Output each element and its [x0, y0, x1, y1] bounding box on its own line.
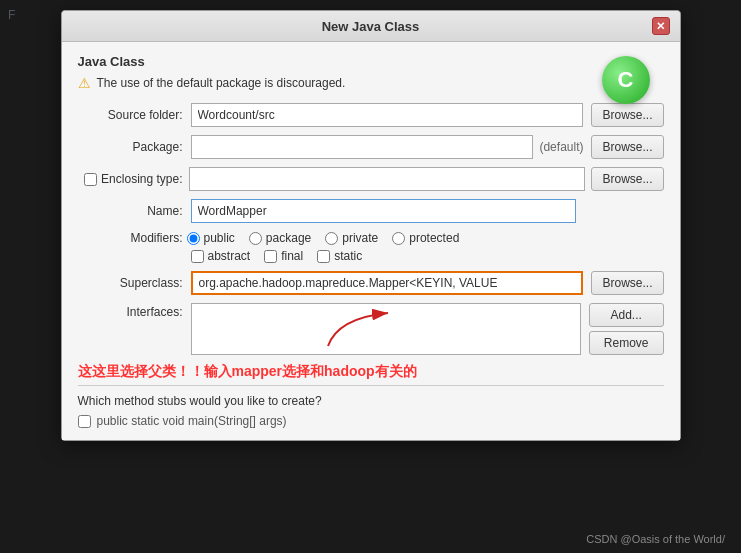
modifier-protected-radio[interactable]: [392, 232, 405, 245]
package-input-area: (default): [191, 135, 584, 159]
source-folder-label: Source folder:: [78, 108, 183, 122]
annotation-text: 这这里选择父类！！输入mapper选择和hadoop有关的: [78, 363, 417, 381]
modifier-public[interactable]: public: [187, 231, 235, 245]
source-folder-browse-button[interactable]: Browse...: [591, 103, 663, 127]
warning-icon: ⚠: [78, 75, 91, 91]
section-header: Java Class: [78, 54, 664, 69]
interfaces-buttons: Add... Remove: [589, 303, 664, 355]
modifiers-radio-group: public package private protected: [187, 231, 460, 245]
dialog-title: New Java Class: [90, 19, 652, 34]
modifiers-row-1: Modifiers: public package private: [78, 231, 664, 245]
csdn-watermark: CSDN @Oasis of the World/: [586, 533, 725, 545]
package-row: Package: (default) Browse...: [78, 135, 664, 159]
dialog-titlebar: New Java Class ✕: [62, 11, 680, 42]
modifier-public-radio[interactable]: [187, 232, 200, 245]
modifiers-checkbox-group: abstract final static: [191, 249, 664, 263]
name-row: Name:: [78, 199, 664, 223]
modifier-protected[interactable]: protected: [392, 231, 459, 245]
warning-text: The use of the default package is discou…: [97, 76, 346, 90]
modifier-static[interactable]: static: [317, 249, 362, 263]
warning-box: ⚠ The use of the default package is disc…: [78, 75, 664, 91]
modifier-final-checkbox[interactable]: [264, 250, 277, 263]
main-method-row: public static void main(String[] args): [78, 414, 664, 428]
main-method-label: public static void main(String[] args): [97, 414, 287, 428]
modifiers-section: Modifiers: public package private: [78, 231, 664, 263]
modifier-package-radio[interactable]: [249, 232, 262, 245]
modifier-final[interactable]: final: [264, 249, 303, 263]
arrow-svg: [318, 308, 398, 348]
package-default-suffix: (default): [539, 140, 583, 154]
modifier-abstract-checkbox[interactable]: [191, 250, 204, 263]
name-input[interactable]: [191, 199, 576, 223]
modifier-package[interactable]: package: [249, 231, 311, 245]
source-folder-row: Source folder: Browse...: [78, 103, 664, 127]
package-browse-button[interactable]: Browse...: [591, 135, 663, 159]
enclosing-checkbox-area: Enclosing type:: [78, 172, 183, 186]
superclass-row: Superclass: Browse...: [78, 271, 664, 295]
logo-icon: C: [602, 56, 650, 104]
enclosing-type-input[interactable]: [189, 167, 586, 191]
source-folder-input[interactable]: [191, 103, 584, 127]
enclosing-type-label: Enclosing type:: [101, 172, 182, 186]
add-interface-button[interactable]: Add...: [589, 303, 664, 327]
stubs-question: Which method stubs would you like to cre…: [78, 394, 664, 408]
package-label: Package:: [78, 140, 183, 154]
dialog-body: Java Class ⚠ The use of the default pack…: [62, 42, 680, 440]
modifier-protected-label: protected: [409, 231, 459, 245]
superclass-label: Superclass:: [78, 276, 183, 290]
package-input[interactable]: [191, 135, 534, 159]
modifier-private[interactable]: private: [325, 231, 378, 245]
annotation-container: 这这里选择父类！！输入mapper选择和hadoop有关的: [78, 363, 664, 381]
modifier-private-label: private: [342, 231, 378, 245]
modifier-public-label: public: [204, 231, 235, 245]
modifier-package-label: package: [266, 231, 311, 245]
enclosing-type-row: Enclosing type: Browse...: [78, 167, 664, 191]
name-label: Name:: [78, 204, 183, 218]
modifier-abstract[interactable]: abstract: [191, 249, 251, 263]
modifier-final-label: final: [281, 249, 303, 263]
enclosing-browse-button[interactable]: Browse...: [591, 167, 663, 191]
modifier-private-radio[interactable]: [325, 232, 338, 245]
modifier-static-checkbox[interactable]: [317, 250, 330, 263]
superclass-browse-button[interactable]: Browse...: [591, 271, 663, 295]
remove-interface-button[interactable]: Remove: [589, 331, 664, 355]
close-button[interactable]: ✕: [652, 17, 670, 35]
enclosing-type-checkbox[interactable]: [84, 173, 97, 186]
interfaces-label: Interfaces:: [78, 303, 183, 355]
superclass-input[interactable]: [191, 271, 584, 295]
modifiers-label: Modifiers:: [78, 231, 183, 245]
new-java-class-dialog: New Java Class ✕ C Java Class ⚠ The use …: [61, 10, 681, 441]
bottom-section: Which method stubs would you like to cre…: [78, 385, 664, 428]
annotation-row: 这这里选择父类！！输入mapper选择和hadoop有关的: [78, 363, 664, 381]
modifier-abstract-label: abstract: [208, 249, 251, 263]
main-method-checkbox[interactable]: [78, 415, 91, 428]
modifier-static-label: static: [334, 249, 362, 263]
